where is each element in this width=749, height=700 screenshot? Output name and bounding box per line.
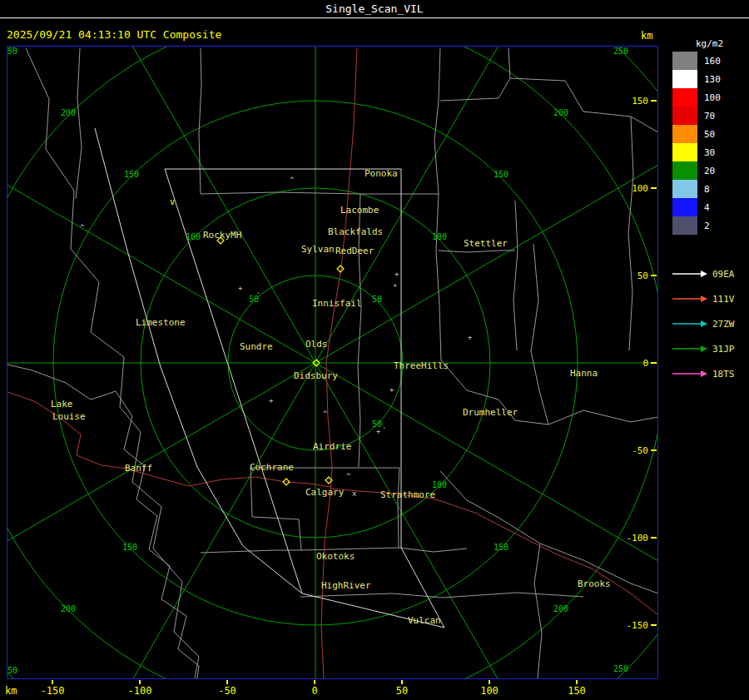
- city-label: Vulcan: [408, 615, 441, 626]
- radar-site-arrow-icon: [671, 319, 709, 329]
- radar-site-id: 27ZW: [712, 319, 735, 330]
- range-ring-label: 200: [553, 108, 568, 117]
- county-boundary: [399, 548, 467, 552]
- colorbar-value: 160: [704, 56, 732, 67]
- city-label: Blackfalds: [328, 226, 383, 237]
- range-ring-label: 50: [372, 295, 382, 304]
- colorbar-swatch: [672, 143, 697, 161]
- city-label: Okotoks: [316, 551, 355, 562]
- right-axis-label: -50: [632, 445, 648, 456]
- town-mark: +: [376, 427, 381, 435]
- county-boundary: [628, 117, 633, 350]
- radar-site-entry: 18TS: [671, 361, 735, 386]
- city-label: ThreeHills: [394, 360, 449, 371]
- bottom-axis-label: 50: [396, 685, 408, 697]
- colorbar-value: 4: [704, 202, 732, 213]
- city-label: Sylvan: [301, 244, 335, 255]
- city-label: Strathmore: [380, 489, 435, 500]
- scan-timestamp: 2025/09/21 04:13:10 UTC Composite: [7, 28, 221, 41]
- range-ring-label: 100: [432, 232, 447, 241]
- county-boundary: [201, 192, 439, 194]
- city-label: Brooks: [578, 578, 611, 589]
- colorbar-swatch: [672, 70, 697, 88]
- bottom-axis-label: -100: [128, 685, 152, 697]
- colorbar-entry: 130: [672, 70, 732, 88]
- county-boundary: [534, 544, 542, 678]
- bottom-axis-tick: [576, 680, 578, 684]
- county-boundary: [513, 201, 518, 350]
- bottom-axis-tick: [314, 680, 315, 684]
- colorbar-entry: 100: [672, 88, 732, 107]
- town-mark: +: [389, 385, 394, 394]
- bottom-axis-label: -150: [41, 685, 65, 697]
- colorbar-entry: 2: [672, 216, 732, 235]
- colorbar-entry: 50: [672, 125, 732, 143]
- highway-line: [330, 489, 657, 615]
- colorbar-entry: 160: [672, 52, 732, 70]
- radar-map: 2502001501005050100150200250150200250501…: [7, 46, 658, 679]
- radar-map-canvas: 2502001501005050100150200250150200250501…: [7, 47, 657, 678]
- radar-site-id: 31JP: [712, 344, 735, 355]
- town-mark: ^: [346, 472, 351, 480]
- town-mark: +: [269, 396, 274, 405]
- town-mark: +: [394, 270, 399, 278]
- colorbar-swatch: [672, 88, 697, 107]
- city-label: Didsbury: [294, 370, 338, 381]
- range-ring-label: 100: [432, 480, 447, 489]
- range-ring-label: 150: [494, 170, 508, 179]
- radar-site-entry: 111V: [671, 286, 735, 311]
- radar-site-arrow-icon: [671, 294, 709, 304]
- bottom-axis: km -150-100-50050100150: [0, 679, 749, 700]
- colorbar-value: 50: [704, 129, 732, 140]
- city-label: Limestone: [136, 317, 186, 328]
- radar-site-arrow-icon: [671, 344, 709, 354]
- range-ring-label: 200: [553, 604, 568, 613]
- radar-site-entry: 31JP: [671, 336, 735, 361]
- county-boundary: [531, 244, 548, 424]
- range-ring-label: 250: [613, 664, 628, 673]
- azimuth-spoke: [7, 130, 315, 363]
- bottom-axis-label: 0: [311, 685, 317, 697]
- colorbar-value: 100: [704, 92, 732, 103]
- town-mark: ^: [80, 223, 85, 231]
- colorbar-value: 70: [704, 111, 732, 122]
- town-mark: +: [468, 333, 473, 341]
- colorbar-value: 130: [704, 74, 732, 85]
- city-label: Sundre: [240, 341, 273, 352]
- radar-site-id: 18TS: [712, 369, 735, 380]
- city-marker-diamond: [337, 266, 344, 272]
- title-separator: [0, 17, 749, 18]
- colorbar-swatch: [672, 107, 697, 125]
- colorbar: 16013010070503020842: [672, 52, 732, 235]
- town-mark: .: [256, 287, 260, 295]
- range-ring-label: 150: [494, 543, 508, 552]
- town-mark: .: [382, 422, 386, 430]
- city-label: Cochrane: [250, 462, 294, 473]
- city-label: Innisfail: [312, 298, 362, 309]
- radar-site-id: 111V: [712, 294, 735, 305]
- azimuth-spoke: [82, 363, 315, 678]
- bottom-axis-tick: [489, 680, 490, 684]
- radar-site-entry: 09EA: [671, 261, 735, 286]
- city-label: Olds: [305, 339, 328, 350]
- colorbar-entry: 20: [672, 161, 732, 180]
- colorbar-entry: 30: [672, 143, 732, 161]
- right-axis-label: -150: [627, 620, 649, 631]
- town-mark: +: [238, 284, 243, 292]
- city-label: Lake: [51, 399, 73, 410]
- county-boundary: [199, 48, 201, 194]
- radar-coverage-outline: [95, 128, 302, 593]
- county-boundary: [508, 48, 510, 78]
- window-title-text: Single_Scan_VIL: [325, 2, 423, 15]
- colorbar-value: 30: [704, 147, 732, 158]
- town-mark: *: [393, 283, 397, 291]
- city-label: Drumheller: [463, 407, 518, 418]
- bottom-axis-tick: [226, 680, 228, 684]
- range-ring-label: 250: [7, 47, 17, 56]
- right-axis-label: -100: [627, 533, 649, 544]
- city-label: Stettler: [464, 238, 508, 249]
- bottom-axis-label: 100: [480, 685, 499, 697]
- county-boundary: [440, 78, 657, 132]
- colorbar-unit: kg/m2: [696, 38, 723, 49]
- city-label: Banff: [125, 463, 152, 474]
